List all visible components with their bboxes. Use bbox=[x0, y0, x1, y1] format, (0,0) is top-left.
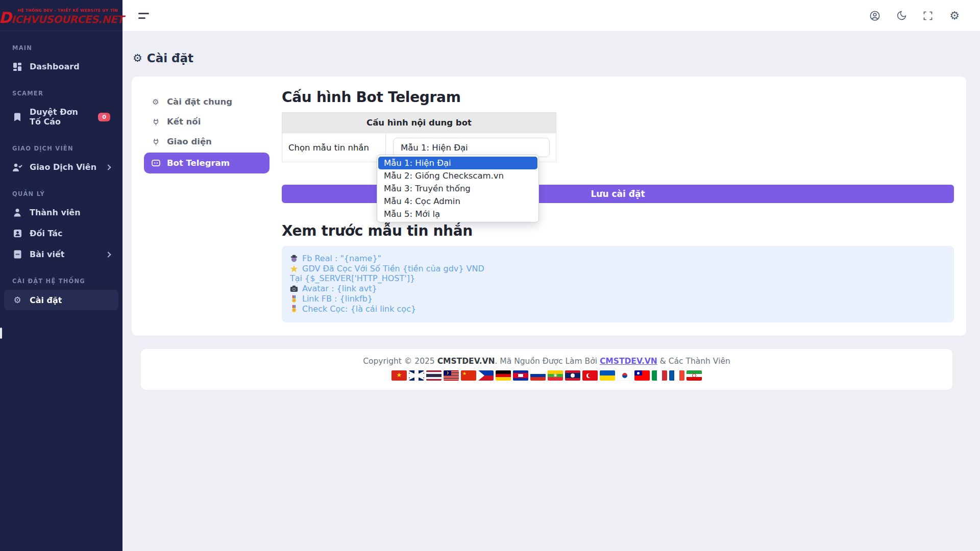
row-label: Chọn mẫu tin nhắn bbox=[282, 133, 386, 162]
settings-tab-label: Giao diện bbox=[167, 137, 212, 146]
dropdown-option-4[interactable]: Mẫu 4: Cọc Admin bbox=[378, 195, 537, 208]
section-label: QUẢN LÝ bbox=[0, 184, 122, 202]
flag-vietnam-icon bbox=[391, 370, 407, 381]
flag-myanmar-icon bbox=[548, 370, 563, 381]
settings-tab-giao-dien[interactable]: Giao diện bbox=[144, 133, 270, 151]
flag-turkey-icon bbox=[582, 370, 598, 381]
plug-icon bbox=[151, 118, 160, 126]
brand-initial: D bbox=[0, 9, 11, 27]
settings-tab-cai-dat-chung[interactable]: ⚙ Cài đặt chung bbox=[144, 93, 270, 111]
preview-line: Check Cọc: {là cái link cọc} bbox=[290, 304, 946, 314]
sidebar-item-doi-tac[interactable]: Đối Tác bbox=[4, 223, 118, 243]
preview-heading: Xem trước mẫu tin nhắn bbox=[282, 223, 954, 239]
preview-line: Link FB : {linkfb} bbox=[290, 294, 946, 304]
settings-nav: ⚙ Cài đặt chung Kết nối Giao diện bbox=[144, 90, 270, 322]
flag-cambodia-icon bbox=[513, 370, 528, 381]
settings-tab-label: Bot Telegram bbox=[167, 158, 230, 168]
dropdown-option-3[interactable]: Mẫu 3: Truyền thống bbox=[378, 182, 537, 195]
report-count-badge: 0 bbox=[98, 113, 110, 121]
sidebar-item-label: Đối Tác bbox=[30, 229, 63, 238]
plug-icon bbox=[151, 138, 160, 146]
preview-text: Check Cọc: {là cái link cọc} bbox=[302, 304, 416, 314]
flag-philippines-icon bbox=[478, 370, 494, 381]
sidebar-item-duyet-don-to-cao[interactable]: Duyệt Đơn Tố Cáo 0 bbox=[4, 102, 118, 132]
flag-row bbox=[141, 370, 952, 381]
gear-icon: ⚙ bbox=[151, 97, 160, 107]
flag-germany-icon bbox=[496, 370, 511, 381]
preview-text: GDV Đã Cọc Với Số Tiền {tiền của gdv} VN… bbox=[302, 264, 484, 274]
sidebar-section-giao-dich-vien: GIAO DỊCH VIÊN Giao Dịch Viên bbox=[0, 139, 122, 177]
flag-iran-icon bbox=[687, 370, 702, 381]
flag-laos-icon bbox=[565, 370, 580, 381]
preview-line: Fb Real : "{name}" bbox=[290, 254, 946, 264]
sidebar-item-giao-dich-vien[interactable]: Giao Dịch Viên bbox=[4, 157, 118, 177]
sidebar-item-label: Giao Dịch Viên bbox=[30, 162, 96, 172]
copyright-middle: . Mã Nguồn Được Làm Bởi bbox=[495, 357, 600, 366]
table-header: Cấu hình nội dung bot bbox=[282, 113, 556, 133]
grid-icon bbox=[12, 62, 22, 71]
page-content: ⚙ Cài đặt ⚙ Cài đặt chung Kết nối bbox=[122, 31, 980, 390]
footer: Copyright © 2025 CMSTDEV.VN. Mã Nguồn Đư… bbox=[141, 349, 952, 390]
preview-text: Link FB : {linkfb} bbox=[302, 294, 373, 304]
sidebar-item-thanh-vien[interactable]: Thành viên bbox=[4, 203, 118, 222]
flag-china-icon bbox=[461, 370, 476, 381]
message-preview-box: Fb Real : "{name}" GDV Đã Cọc Với Số Tiề… bbox=[282, 246, 954, 322]
flag-malaysia-icon bbox=[444, 370, 459, 381]
settings-tab-label: Cài đặt chung bbox=[167, 97, 232, 107]
sidebar-item-cai-dat[interactable]: ⚙ Cài đặt bbox=[4, 290, 118, 310]
fullscreen-icon[interactable] bbox=[922, 10, 934, 22]
gear-icon[interactable]: ⚙ bbox=[948, 10, 961, 22]
gear-icon: ⚙ bbox=[12, 295, 22, 305]
robot-icon bbox=[151, 159, 160, 167]
sidebar-item-label: Dashboard bbox=[30, 62, 80, 71]
topbar-actions: ⚙ bbox=[869, 10, 961, 22]
brand-rest: ICHVUSOURCES.NET bbox=[11, 13, 124, 26]
book-icon bbox=[12, 250, 22, 259]
flag-russia-icon bbox=[530, 370, 546, 381]
brand-logo[interactable]: HỆ THỐNG DEV - THIẾT KẾ WEBSITE UY TÍN D… bbox=[0, 0, 122, 31]
menu-toggle-icon[interactable] bbox=[138, 13, 149, 19]
sidebar-item-label: Cài đặt bbox=[30, 295, 62, 305]
preview-line: Avatar : {link avt} bbox=[290, 284, 946, 294]
dropdown-option-5[interactable]: Mẫu 5: Mới lạ bbox=[378, 208, 537, 220]
sidebar-item-bai-viet[interactable]: Bài viết bbox=[4, 244, 118, 264]
user-circle-icon[interactable] bbox=[869, 10, 881, 22]
preview-text: Fb Real : "{name}" bbox=[302, 254, 381, 264]
sidebar-item-label: Thành viên bbox=[30, 208, 81, 217]
settings-tab-ket-noi[interactable]: Kết nối bbox=[144, 113, 270, 131]
detective-emoji bbox=[290, 255, 298, 263]
copyright-text: Copyright © 2025 CMSTDEV.VN. Mã Nguồn Đư… bbox=[141, 357, 952, 366]
chevron-right-icon bbox=[105, 164, 111, 170]
sidebar-item-dashboard[interactable]: Dashboard bbox=[4, 57, 118, 77]
brand-name: DICHVUSOURCES.NET bbox=[0, 13, 124, 24]
page-title: ⚙ Cài đặt bbox=[132, 52, 966, 65]
brand-tagline: HỆ THỐNG DEV - THIẾT KẾ WEBSITE UY TÍN bbox=[18, 8, 118, 13]
flag-taiwan-icon bbox=[634, 370, 650, 381]
copyright-prefix: Copyright © 2025 bbox=[363, 357, 437, 366]
preview-text: Avatar : {link avt} bbox=[302, 284, 377, 294]
sidebar-section-quan-ly: QUẢN LÝ Thành viên Đối Tác Bài viết bbox=[0, 184, 122, 264]
id-card-icon bbox=[12, 229, 22, 238]
footer-brand-link[interactable]: CMSTDEV.VN bbox=[600, 357, 657, 366]
sidebar-item-label: Bài viết bbox=[30, 249, 64, 259]
settings-tab-label: Kết nối bbox=[167, 117, 201, 127]
section-label: CÀI ĐẶT HỆ THỐNG bbox=[0, 271, 122, 289]
flag-italy-icon bbox=[652, 370, 667, 381]
medal-emoji bbox=[290, 295, 298, 303]
sidebar-item-label: Duyệt Đơn Tố Cáo bbox=[30, 107, 87, 127]
settings-tab-bot-telegram[interactable]: Bot Telegram bbox=[144, 153, 270, 173]
sidebar-scrollbar[interactable] bbox=[0, 328, 2, 339]
settings-card: ⚙ Cài đặt chung Kết nối Giao diện bbox=[132, 77, 966, 336]
dropdown-option-2[interactable]: Mẫu 2: Giống Checkscam.vn bbox=[378, 169, 537, 182]
moon-icon[interactable] bbox=[895, 10, 908, 22]
sidebar-section-scamer: SCAMER Duyệt Đơn Tố Cáo 0 bbox=[0, 84, 122, 132]
dropdown-option-1[interactable]: Mẫu 1: Hiện Đại bbox=[378, 157, 537, 169]
medal-emoji bbox=[290, 305, 298, 313]
flag-france-icon bbox=[669, 370, 684, 381]
preview-line: Tại {$_SERVER['HTTP_HOST']} bbox=[290, 273, 946, 284]
content-heading: Cấu hình Bot Telegram bbox=[282, 90, 954, 105]
flag-uk-icon bbox=[409, 370, 424, 381]
main-area: ⚙ ⚙ Cài đặt ⚙ Cài đặt chung Kết nối bbox=[122, 0, 980, 390]
section-label: GIAO DỊCH VIÊN bbox=[0, 139, 122, 156]
topbar: ⚙ bbox=[122, 0, 980, 31]
